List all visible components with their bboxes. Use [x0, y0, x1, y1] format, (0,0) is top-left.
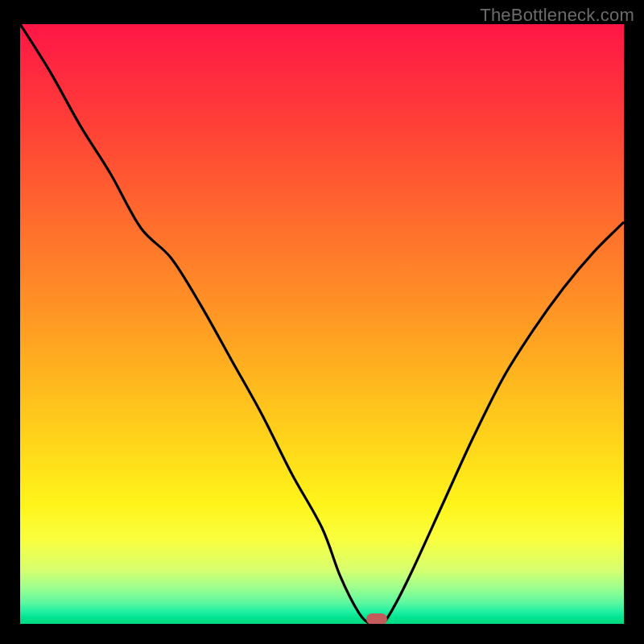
chart-frame: TheBottleneck.com — [0, 0, 644, 644]
minimum-bottleneck-marker — [366, 613, 387, 624]
curve-path — [20, 24, 624, 624]
bottleneck-curve — [20, 24, 624, 624]
plot-area — [20, 24, 624, 624]
watermark-label: TheBottleneck.com — [480, 5, 634, 26]
